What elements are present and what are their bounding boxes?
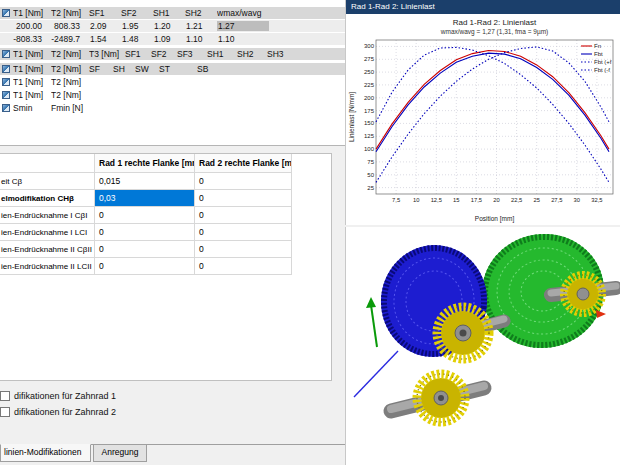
linienlast-chart: 2550751001251501752002252502753007,51012… <box>346 14 620 225</box>
result-cell: SH1 <box>153 8 185 18</box>
group-label: difikationen für Zahnrad 1 <box>14 391 116 401</box>
result-cell: 1.27 <box>217 21 269 31</box>
results-row[interactable]: T1 [Nm]T2 [Nm]T3 [Nm]SF1SF2SF3SH1SH2SH3 <box>0 48 345 60</box>
result-cell: SF1 <box>125 49 151 59</box>
mod-value-cell[interactable]: 0 <box>195 207 292 224</box>
svg-text:wmax/wavg = 1,27 (1,31, fma =: wmax/wavg = 1,27 (1,31, fma = 9µm) <box>440 28 548 36</box>
result-cell: Smin <box>13 103 51 113</box>
mod-value-cell[interactable]: 0,015 <box>95 173 195 190</box>
svg-text:7,5: 7,5 <box>392 197 400 203</box>
result-cell: 2.09 <box>89 21 121 31</box>
svg-text:300: 300 <box>364 43 375 49</box>
3d-view[interactable] <box>345 227 620 465</box>
result-cell: -2489.7 <box>51 34 89 44</box>
mod-value-cell[interactable]: 0 <box>95 207 195 224</box>
mod-value-cell[interactable]: 0 <box>95 258 195 275</box>
series-line <box>376 53 609 152</box>
svg-text:Fn: Fn <box>594 43 601 49</box>
modification-group-row[interactable]: difikationen für Zahnrad 1 <box>0 388 332 404</box>
svg-text:150: 150 <box>364 120 375 126</box>
mod-table-header-row: Rad 1 rechte Flanke [mm]Rad 2 rechte Fla… <box>0 154 331 173</box>
result-cell: T1 [Nm] <box>13 49 51 59</box>
result-cell: SF2 <box>121 8 153 18</box>
result-cell: 1.20 <box>153 21 185 31</box>
svg-text:27,5: 27,5 <box>551 197 562 203</box>
results-row[interactable]: SminFmin [N] <box>0 102 345 114</box>
mod-value-cell[interactable]: 0 <box>195 258 292 275</box>
corner-cell <box>0 154 95 173</box>
results-row[interactable]: T1 [Nm]T2 [Nm]SFSHSWSTSB <box>0 63 345 75</box>
result-cell: SF <box>89 64 113 74</box>
mod-row-label: ien-Endrücknahme I LCI <box>0 224 95 241</box>
chart-window-titlebar[interactable]: Rad 1-Rad 2: Linienlast <box>346 0 620 14</box>
result-cell: T2 [Nm] <box>51 90 99 100</box>
checkbox[interactable] <box>0 407 10 417</box>
results-row[interactable]: 200.00808.332.091.951.201.211.27 <box>0 20 345 32</box>
svg-text:100: 100 <box>364 146 375 152</box>
gear-3d-scene[interactable] <box>346 227 620 465</box>
result-cell: 1.10 <box>185 34 217 44</box>
mod-row-label: ien-Endrücknahme II LCII <box>0 258 95 275</box>
result-cell: SH3 <box>267 49 297 59</box>
group-label: difikationen für Zahnrad 2 <box>14 407 116 417</box>
mod-value-cell[interactable]: 0 <box>195 241 292 258</box>
svg-text:25: 25 <box>533 197 539 203</box>
result-cell: T3 [Nm] <box>89 49 125 59</box>
svg-text:175: 175 <box>364 108 375 114</box>
svg-text:75: 75 <box>367 159 374 165</box>
mod-value-cell[interactable]: 0 <box>95 241 195 258</box>
tab-anregung[interactable]: Anregung <box>93 445 148 462</box>
mod-table-row: ien-Endrücknahme I LCI00 <box>0 224 331 241</box>
result-cell: 1.21 <box>185 21 217 31</box>
mod-value-cell[interactable]: 0,03 <box>95 190 195 207</box>
svg-text:Fbt: Fbt <box>594 51 603 57</box>
result-table-icon <box>2 9 10 17</box>
mod-col-header[interactable]: Rad 1 rechte Flanke [mm] <box>95 154 195 173</box>
tab-linien-modifikationen[interactable]: linien-Modifikationen <box>0 444 91 462</box>
result-cell: T2 [Nm] <box>51 64 89 74</box>
mod-value-cell[interactable]: 0 <box>95 224 195 241</box>
mod-value-cell[interactable]: 0 <box>195 224 292 241</box>
result-cell: 1.54 <box>89 34 121 44</box>
svg-text:125: 125 <box>364 133 375 139</box>
mod-value-cell[interactable]: 0 <box>195 190 292 207</box>
modification-groups: difikationen für Zahnrad 1difikationen f… <box>0 388 332 420</box>
axis-arrow-green <box>366 297 377 347</box>
mod-table-row: ien-Endrücknahme II CβII00 <box>0 241 331 258</box>
result-cell: -808.33 <box>13 34 51 44</box>
result-cell: SH2 <box>185 8 217 18</box>
svg-text:22,5: 22,5 <box>511 197 522 203</box>
mod-table-row: elmodifikation CHβ0,030 <box>0 190 331 207</box>
result-cell: 1.48 <box>121 34 153 44</box>
result-cell: T1 [Nm] <box>13 90 51 100</box>
results-row[interactable]: -808.33-2489.71.541.481.091.101.10 <box>0 33 345 45</box>
gear-yellow-lower <box>417 374 465 422</box>
result-cell: 200.00 <box>13 21 51 31</box>
mod-col-header[interactable]: Rad 2 rechte Flanke [mm] <box>195 154 292 173</box>
mod-table-row: ien-Endrücknahme I CβI00 <box>0 207 331 224</box>
results-row[interactable]: T1 [Nm]T2 [Nm]SF1SF2SH1SH2wmax/wavg <box>0 7 345 19</box>
results-row[interactable]: T1 [Nm]T2 [Nm] <box>0 76 345 88</box>
svg-text:10: 10 <box>413 197 419 203</box>
svg-text:15: 15 <box>453 197 459 203</box>
results-table: T1 [Nm]T2 [Nm]SF1SF2SH1SH2wmax/wavg200.0… <box>0 0 345 114</box>
results-row[interactable]: T1 [Nm]T2 [Nm] <box>0 89 345 101</box>
svg-text:50: 50 <box>367 172 374 178</box>
result-cell: SF3 <box>177 49 207 59</box>
mod-row-label: elmodifikation CHβ <box>0 190 95 207</box>
result-cell: T1 [Nm] <box>13 64 51 74</box>
result-cell: SB <box>197 64 227 74</box>
flank-modifications-table: Rad 1 rechte Flanke [mm]Rad 2 rechte Fla… <box>0 153 332 381</box>
svg-text:Linienlast [N/mm]: Linienlast [N/mm] <box>348 92 356 142</box>
modifications-panel: Rad 1 rechte Flanke [mm]Rad 2 rechte Fla… <box>0 146 345 465</box>
modification-group-row[interactable]: difikationen für Zahnrad 2 <box>0 404 332 420</box>
mod-value-cell[interactable]: 0 <box>195 173 292 190</box>
svg-text:20: 20 <box>493 197 499 203</box>
result-cell: T2 [Nm] <box>51 8 89 18</box>
left-panel: T1 [Nm]T2 [Nm]SF1SF2SH1SH2wmax/wavg200.0… <box>0 0 345 465</box>
result-cell: SH2 <box>237 49 267 59</box>
svg-text:32,5: 32,5 <box>591 197 602 203</box>
checkbox[interactable] <box>0 391 10 401</box>
result-cell: SW <box>135 64 159 74</box>
result-cell: SH1 <box>207 49 237 59</box>
